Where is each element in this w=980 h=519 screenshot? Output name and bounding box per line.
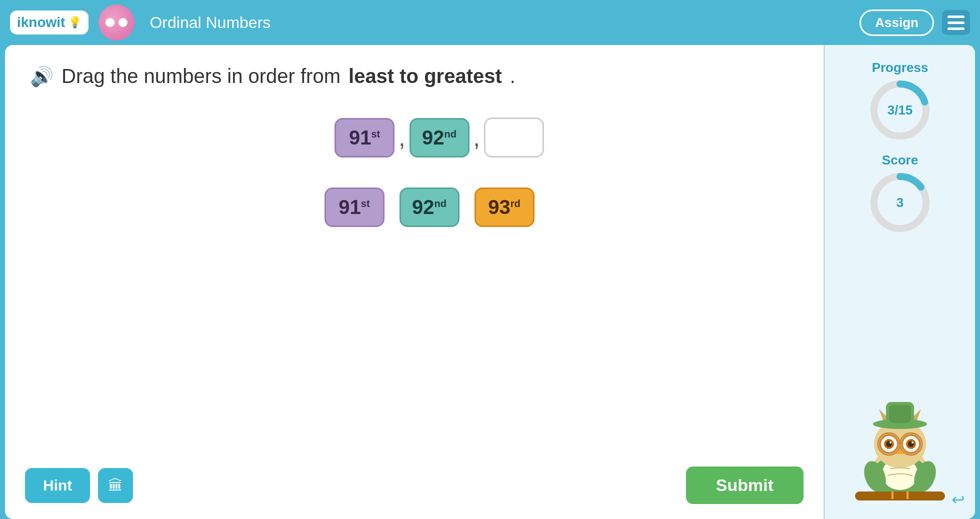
drop-item-3 xyxy=(484,118,544,158)
drop-item-2: 92nd xyxy=(410,118,470,158)
svg-rect-12 xyxy=(889,405,911,423)
score-section: Score 3 xyxy=(868,152,932,235)
sidebar: Progress 3/15 Score 3 xyxy=(825,45,975,519)
main-container: 🔊 Drag the numbers in order from least t… xyxy=(5,45,975,519)
instruction-bold: least to greatest xyxy=(348,65,502,88)
progress-label: Progress xyxy=(872,60,928,76)
submit-button[interactable]: Submit xyxy=(686,466,804,504)
menu-button[interactable] xyxy=(942,10,970,35)
lesson-title: Ordinal Numbers xyxy=(150,14,270,32)
bottom-bar: Hint 🏛 Submit xyxy=(25,466,804,504)
progress-section: Progress 3/15 xyxy=(868,60,932,142)
drop-target-2[interactable]: 92nd xyxy=(410,118,470,158)
classroom-icon: 🏛 xyxy=(108,477,123,494)
content-area: 🔊 Drag the numbers in order from least t… xyxy=(5,45,824,519)
progress-value: 3/15 xyxy=(888,102,913,118)
progress-donut: 3/15 xyxy=(868,78,932,142)
comma-2: , xyxy=(474,124,480,152)
source-tiles-row: 91st 92nd 93rd xyxy=(60,188,798,227)
owl-mascot xyxy=(845,394,955,504)
svg-point-21 xyxy=(890,442,892,444)
assign-button[interactable]: Assign xyxy=(860,10,934,36)
comma-1: , xyxy=(398,124,405,152)
menu-line xyxy=(948,22,964,24)
svg-rect-29 xyxy=(855,492,945,500)
menu-line xyxy=(948,16,964,18)
score-donut: 3 xyxy=(868,170,932,235)
drop-targets-row: 91st , 92nd , xyxy=(80,118,798,158)
classroom-button[interactable]: 🏛 xyxy=(98,468,133,503)
drop-target-3[interactable] xyxy=(484,118,544,158)
sound-icon[interactable]: 🔊 xyxy=(30,66,54,88)
lightbulb-icon: 💡 xyxy=(68,16,82,29)
app-header: iknowit 💡 Ordinal Numbers Assign xyxy=(0,0,980,45)
dot-icon xyxy=(118,18,128,27)
owl-image xyxy=(845,394,955,504)
menu-line xyxy=(948,28,964,30)
svg-point-22 xyxy=(912,442,914,444)
score-label: Score xyxy=(882,152,918,168)
hint-button[interactable]: Hint xyxy=(25,468,90,503)
logo-text: iknowit xyxy=(17,14,65,30)
dot-icon xyxy=(106,18,114,27)
source-tile-93rd[interactable]: 93rd xyxy=(474,188,534,227)
source-tile-92nd[interactable]: 92nd xyxy=(400,188,460,227)
score-value: 3 xyxy=(896,195,904,210)
bottom-left-buttons: Hint 🏛 xyxy=(25,468,133,503)
lesson-icon xyxy=(98,4,134,40)
question-text: 🔊 Drag the numbers in order from least t… xyxy=(30,65,798,88)
source-tile-91st[interactable]: 91st xyxy=(324,188,384,227)
instruction-prefix: Drag the numbers in order from xyxy=(62,65,340,88)
instruction-suffix: . xyxy=(510,65,516,88)
logo: iknowit 💡 xyxy=(10,10,88,34)
drop-target-1[interactable]: 91st xyxy=(334,118,394,158)
drop-item-1: 91st xyxy=(334,118,394,158)
header-actions: Assign xyxy=(860,10,970,36)
refresh-icon[interactable]: ↩ xyxy=(952,490,965,509)
